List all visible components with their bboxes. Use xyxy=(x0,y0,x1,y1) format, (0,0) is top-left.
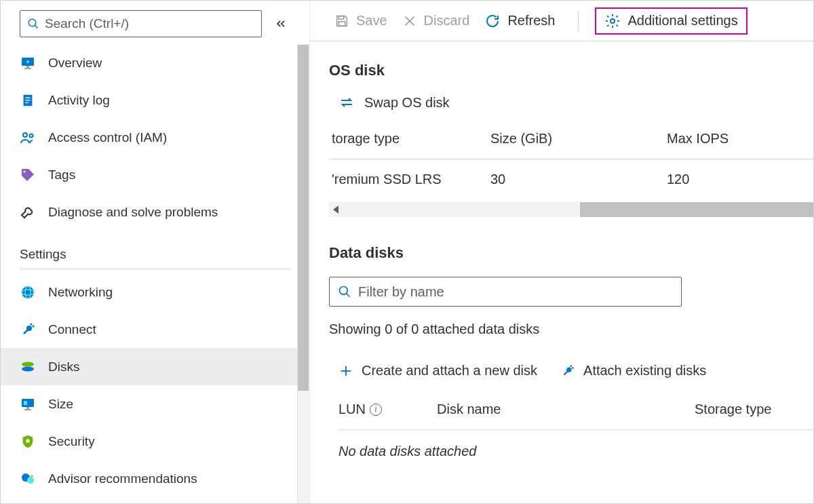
svg-point-3 xyxy=(26,60,29,63)
hscroll-track-left[interactable] xyxy=(329,202,580,217)
sidebar-item-advisor[interactable]: Advisor recommendations xyxy=(1,460,309,497)
filter-input[interactable] xyxy=(351,284,673,300)
main-content: Save Discard Refresh Additional settings… xyxy=(310,1,813,503)
data-disks-heading: Data disks xyxy=(329,244,813,262)
col-max-iops: Max IOPS xyxy=(667,131,813,147)
sidebar-item-label: Security xyxy=(48,434,95,449)
col-size: Size (GiB) xyxy=(490,131,667,147)
svg-point-17 xyxy=(22,362,34,366)
svg-rect-9 xyxy=(25,102,28,102)
wrench-icon xyxy=(20,204,36,220)
sidebar-item-label: Advisor recommendations xyxy=(48,471,197,486)
collapse-sidebar-button[interactable] xyxy=(271,14,290,33)
sidebar-item-networking[interactable]: Networking xyxy=(1,273,309,311)
save-button[interactable]: Save xyxy=(334,13,387,28)
toolbar: Save Discard Refresh Additional settings xyxy=(310,1,813,41)
create-attach-disk-button[interactable]: Create and attach a new disk xyxy=(338,363,537,379)
info-icon[interactable]: i xyxy=(370,404,382,416)
cell-size: 30 xyxy=(490,172,667,187)
svg-rect-20 xyxy=(24,401,27,405)
sidebar-scrollbar[interactable] xyxy=(297,44,309,503)
plug-icon xyxy=(560,364,575,379)
attach-existing-disks-button[interactable]: Attach existing disks xyxy=(560,363,706,379)
horizontal-scrollbar[interactable] xyxy=(329,202,813,217)
data-disk-table-header: LUN i Disk name Storage type xyxy=(338,402,813,430)
close-icon xyxy=(402,14,417,28)
chevron-double-left-icon xyxy=(274,17,288,31)
swap-label: Swap OS disk xyxy=(364,95,450,111)
sidebar-item-label: Networking xyxy=(48,285,113,300)
sidebar-item-size[interactable]: Size xyxy=(1,385,309,423)
search-box[interactable] xyxy=(20,10,262,37)
col-lun: LUN xyxy=(338,402,366,417)
refresh-button[interactable]: Refresh xyxy=(484,13,555,29)
refresh-label: Refresh xyxy=(507,13,555,28)
shield-icon xyxy=(20,433,36,450)
divider xyxy=(20,269,290,269)
svg-rect-28 xyxy=(338,21,345,25)
svg-point-16 xyxy=(26,326,32,331)
gear-icon xyxy=(604,13,621,29)
svg-point-26 xyxy=(31,475,33,478)
os-disk-table-header: torage type Size (GiB) Max IOPS xyxy=(329,131,813,159)
no-data-disks-text: No data disks attached xyxy=(338,444,813,459)
sidebar-item-activity-log[interactable]: Activity log xyxy=(1,81,309,119)
sidebar-item-label: Diagnose and solve problems xyxy=(48,205,218,220)
plus-icon xyxy=(338,364,353,379)
sidebar-item-security[interactable]: Security xyxy=(1,423,309,460)
log-icon xyxy=(20,92,36,109)
os-disk-row[interactable]: 'remium SSD LRS 30 120 xyxy=(329,172,813,187)
search-input[interactable] xyxy=(39,16,254,31)
svg-rect-4 xyxy=(26,66,29,68)
sidebar-item-tags[interactable]: Tags xyxy=(1,156,309,193)
svg-point-0 xyxy=(28,19,36,26)
save-label: Save xyxy=(356,13,387,28)
svg-point-12 xyxy=(24,170,26,172)
sidebar-item-label: Tags xyxy=(48,168,75,182)
save-icon xyxy=(334,14,349,28)
col-disk-name: Disk name xyxy=(437,402,695,417)
sidebar-item-disks[interactable]: Disks xyxy=(1,348,309,385)
cell-storage-type: 'remium SSD LRS xyxy=(332,172,490,187)
sidebar-nav: Overview Activity log Access control (IA… xyxy=(1,44,309,503)
svg-point-18 xyxy=(22,366,34,371)
svg-point-13 xyxy=(22,286,34,298)
svg-line-1 xyxy=(35,25,38,28)
svg-rect-19 xyxy=(22,399,34,407)
create-attach-label: Create and attach a new disk xyxy=(362,363,537,379)
plug-icon xyxy=(20,322,36,338)
monitor-icon xyxy=(20,55,36,71)
svg-rect-7 xyxy=(25,97,30,98)
attach-existing-label: Attach existing disks xyxy=(583,363,706,379)
os-disk-heading: OS disk xyxy=(329,62,813,79)
cell-max-iops: 120 xyxy=(667,172,813,187)
tag-icon xyxy=(20,167,36,183)
swap-icon xyxy=(338,94,355,111)
sidebar-item-label: Disks xyxy=(48,360,79,374)
chevron-left-icon xyxy=(333,206,338,214)
refresh-icon xyxy=(484,13,501,29)
svg-rect-21 xyxy=(26,407,29,409)
additional-settings-button[interactable]: Additional settings xyxy=(595,7,747,35)
svg-point-32 xyxy=(340,287,348,295)
scrollbar-thumb[interactable] xyxy=(298,45,309,391)
sidebar-item-connect[interactable]: Connect xyxy=(1,311,309,348)
globe-icon xyxy=(20,284,36,301)
swap-os-disk-button[interactable]: Swap OS disk xyxy=(338,94,813,111)
discard-button[interactable]: Discard xyxy=(402,13,470,28)
toolbar-separator xyxy=(578,11,579,31)
sidebar-item-overview[interactable]: Overview xyxy=(1,44,309,81)
col-storage-type: torage type xyxy=(332,131,490,147)
size-icon xyxy=(20,396,36,412)
sidebar-item-label: Overview xyxy=(48,56,102,71)
svg-point-36 xyxy=(566,367,571,372)
sidebar-item-label: Access control (IAM) xyxy=(48,130,167,145)
sidebar-item-access-control[interactable]: Access control (IAM) xyxy=(1,119,309,156)
sidebar-item-diagnose[interactable]: Diagnose and solve problems xyxy=(1,193,309,231)
filter-box[interactable] xyxy=(329,277,682,307)
svg-rect-27 xyxy=(338,16,343,19)
svg-point-23 xyxy=(26,439,30,443)
svg-point-11 xyxy=(30,134,33,137)
svg-line-33 xyxy=(347,294,350,297)
svg-point-31 xyxy=(610,19,615,23)
